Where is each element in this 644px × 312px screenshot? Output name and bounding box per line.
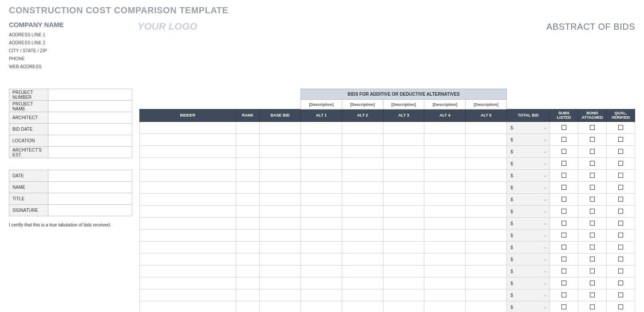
alt1-description[interactable]: [Description] [301,100,342,109]
cell-rank[interactable] [236,134,260,146]
cell-rank[interactable] [236,206,260,218]
cell-alt5[interactable] [466,230,507,242]
cell-base-bid[interactable] [260,122,301,134]
checkbox-qual-verified[interactable] [618,197,623,202]
cell-alt2[interactable] [342,277,383,289]
cell-alt4[interactable] [424,134,466,146]
cell-alt4[interactable] [424,242,466,254]
alt5-description[interactable]: [Description] [466,100,507,109]
cell-bidder[interactable] [140,170,236,182]
cell-bidder[interactable] [140,182,236,194]
checkbox-subs-listed[interactable] [561,185,566,190]
cell-alt2[interactable] [342,170,383,182]
cell-alt2[interactable] [342,242,383,254]
cell-base-bid[interactable] [260,230,301,242]
cell-alt4[interactable] [424,301,466,312]
cell-rank[interactable] [236,242,260,254]
cell-alt2[interactable] [342,218,383,230]
cell-alt3[interactable] [383,134,424,146]
cell-alt1[interactable] [301,254,342,265]
cell-base-bid[interactable] [260,134,301,146]
cell-base-bid[interactable] [260,301,301,312]
input-name[interactable] [48,182,132,193]
cell-bidder[interactable] [140,134,236,146]
checkbox-subs-listed[interactable] [561,161,566,166]
alt3-description[interactable]: [Description] [383,100,424,109]
checkbox-qual-verified[interactable] [618,304,623,309]
checkbox-subs-listed[interactable] [561,173,566,178]
cell-alt2[interactable] [342,182,383,194]
cell-alt3[interactable] [383,158,424,170]
cell-alt5[interactable] [466,265,507,277]
input-project-name[interactable] [48,101,132,112]
cell-rank[interactable] [236,122,260,134]
cell-bidder[interactable] [140,301,236,312]
alt2-description[interactable]: [Description] [342,100,383,109]
checkbox-bond-attached[interactable] [590,269,595,273]
cell-base-bid[interactable] [260,182,301,194]
cell-alt5[interactable] [466,158,507,170]
cell-alt1[interactable] [301,122,342,134]
cell-alt4[interactable] [424,289,466,301]
cell-alt3[interactable] [383,289,424,301]
cell-base-bid[interactable] [260,218,301,230]
checkbox-subs-listed[interactable] [561,245,566,250]
checkbox-qual-verified[interactable] [618,281,623,285]
cell-base-bid[interactable] [260,242,301,254]
checkbox-qual-verified[interactable] [618,292,623,297]
checkbox-qual-verified[interactable] [618,185,623,190]
cell-alt3[interactable] [383,218,424,230]
alt4-description[interactable]: [Description] [424,100,466,109]
checkbox-subs-listed[interactable] [561,221,566,226]
cell-alt5[interactable] [466,194,507,206]
cell-alt4[interactable] [424,230,466,242]
input-location[interactable] [48,135,132,147]
cell-alt2[interactable] [342,146,383,158]
checkbox-qual-verified[interactable] [618,209,623,214]
checkbox-qual-verified[interactable] [618,221,623,226]
checkbox-qual-verified[interactable] [618,257,623,261]
cell-alt2[interactable] [342,265,383,277]
cell-alt3[interactable] [383,182,424,194]
cell-alt1[interactable] [301,206,342,218]
cell-bidder[interactable] [140,230,236,242]
cell-alt5[interactable] [466,254,507,265]
checkbox-bond-attached[interactable] [590,233,595,238]
cell-alt3[interactable] [383,194,424,206]
cell-alt5[interactable] [466,206,507,218]
checkbox-qual-verified[interactable] [618,245,623,250]
cell-alt3[interactable] [383,254,424,265]
checkbox-subs-listed[interactable] [561,197,566,202]
cell-base-bid[interactable] [260,170,301,182]
cell-alt5[interactable] [466,146,507,158]
cell-rank[interactable] [236,301,260,312]
checkbox-bond-attached[interactable] [590,161,595,166]
cell-alt2[interactable] [342,206,383,218]
checkbox-bond-attached[interactable] [590,257,595,261]
cell-rank[interactable] [236,289,260,301]
cell-alt2[interactable] [342,122,383,134]
cell-base-bid[interactable] [260,277,301,289]
checkbox-qual-verified[interactable] [618,125,623,130]
cell-base-bid[interactable] [260,206,301,218]
cell-rank[interactable] [236,218,260,230]
cell-rank[interactable] [236,194,260,206]
cell-alt1[interactable] [301,301,342,312]
checkbox-subs-listed[interactable] [561,233,566,238]
cell-alt5[interactable] [466,277,507,289]
cell-alt5[interactable] [466,242,507,254]
checkbox-bond-attached[interactable] [590,292,595,297]
cell-rank[interactable] [236,158,260,170]
cell-rank[interactable] [236,254,260,265]
checkbox-qual-verified[interactable] [618,137,623,142]
cell-alt1[interactable] [301,194,342,206]
cell-bidder[interactable] [140,265,236,277]
cell-bidder[interactable] [140,146,236,158]
cell-alt4[interactable] [424,170,466,182]
cell-alt4[interactable] [424,277,466,289]
cell-alt5[interactable] [466,182,507,194]
cell-rank[interactable] [236,277,260,289]
checkbox-subs-listed[interactable] [561,209,566,214]
cell-base-bid[interactable] [260,194,301,206]
input-architects-est[interactable] [48,147,132,158]
